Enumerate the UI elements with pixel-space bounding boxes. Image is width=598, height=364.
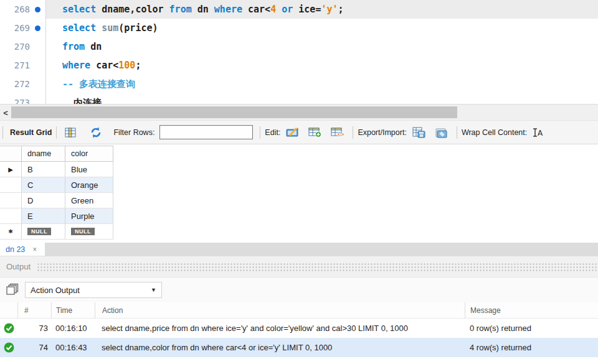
code-token: dname,color — [96, 4, 169, 15]
statement-marker-dot-icon — [35, 7, 40, 12]
refresh-icon[interactable] — [88, 125, 103, 140]
action-output-table: # Time Action Message 7300:16:10select d… — [0, 302, 598, 364]
svg-text:A: A — [538, 129, 543, 138]
success-check-icon — [0, 342, 17, 353]
output-row-time: 00:16:43 — [51, 343, 95, 352]
output-row[interactable]: 7400:16:43select dname,color from dn whe… — [0, 338, 598, 357]
result-tab-dn23[interactable]: dn 23 × — [0, 243, 45, 256]
message-column-header: Message — [465, 302, 598, 318]
output-row-message: 4 row(s) returned — [465, 343, 598, 352]
code-line[interactable]: 272-- 多表连接查询 — [0, 75, 598, 93]
line-gutter: 269 — [0, 19, 45, 37]
result-tab-label: dn 23 — [6, 245, 25, 254]
cell-color[interactable]: Orange — [65, 177, 113, 193]
code-text[interactable]: 内连接 — [45, 93, 598, 104]
column-header-dname[interactable]: dname — [22, 146, 65, 162]
code-text[interactable]: select dname,color from dn where car<4 o… — [45, 0, 598, 19]
column-header-color[interactable]: color — [65, 146, 113, 162]
cell-color[interactable]: Green — [65, 193, 113, 208]
new-row-selector-cell[interactable]: ✱ — [0, 224, 22, 240]
null-cell[interactable]: NULL — [65, 224, 113, 240]
output-rows: 7300:16:10select dname,price from dn whe… — [0, 319, 598, 357]
code-text[interactable]: from dn — [45, 37, 598, 56]
row-selector-cell[interactable] — [0, 208, 22, 224]
breakpoint-area — [30, 26, 45, 31]
code-text[interactable]: -- 多表连接查询 — [45, 75, 598, 93]
grid-columns-icon[interactable] — [63, 125, 78, 140]
delete-row-icon[interactable] — [330, 125, 345, 140]
result-grid-row[interactable]: COrange — [0, 177, 113, 193]
code-token: 'y' — [321, 4, 338, 15]
panel-grip-texture — [37, 263, 598, 271]
code-text[interactable]: where car<100; — [45, 56, 598, 75]
code-line[interactable]: 268select dname,color from dn where car<… — [0, 0, 598, 19]
cell-dname[interactable]: E — [22, 208, 65, 224]
code-line[interactable]: 271where car<100; — [0, 56, 598, 75]
line-gutter: 273 — [0, 93, 45, 104]
line-number: 268 — [0, 4, 30, 14]
result-grid-toolbar: Result Grid Filter Rows: Edit: Export/Im… — [0, 120, 598, 144]
code-token: dn — [192, 4, 214, 15]
scrollbar-thumb[interactable] — [11, 106, 457, 118]
line-number: 271 — [0, 60, 30, 70]
line-number: 272 — [0, 79, 30, 89]
code-line[interactable]: 273 内连接 — [0, 93, 598, 104]
wrap-cell-content-icon[interactable]: A — [531, 125, 546, 140]
row-selector-header[interactable] — [0, 146, 22, 162]
cell-dname[interactable]: D — [22, 193, 65, 208]
code-token: (price) — [118, 22, 158, 34]
code-token: where — [214, 4, 242, 15]
code-token: from — [62, 41, 85, 52]
import-recordset-icon[interactable] — [434, 125, 449, 140]
result-grid-panel: dnamecolor▶BBlueCOrangeDGreenEPurple✱NUL… — [0, 144, 598, 243]
output-row-action: select dname,price from dn where ice='y'… — [95, 324, 465, 333]
output-row-index: 74 — [17, 343, 51, 352]
toolbar-separator — [260, 126, 260, 139]
scroll-left-arrow-icon[interactable]: < — [0, 105, 11, 121]
num-column-header: # — [17, 302, 51, 318]
toolbar-separator — [457, 126, 457, 139]
result-grid-row[interactable]: ▶BBlue — [0, 162, 113, 177]
current-row-marker-icon: ▶ — [8, 166, 13, 173]
code-line[interactable]: 269select sum(price) — [0, 19, 598, 37]
cell-color[interactable]: Blue — [65, 162, 113, 177]
code-token — [96, 22, 102, 34]
null-cell[interactable]: NULL — [22, 224, 65, 240]
filter-rows-input[interactable] — [159, 125, 253, 139]
breakpoint-area — [30, 7, 45, 12]
export-recordset-icon[interactable] — [412, 125, 427, 140]
row-selector-cell[interactable] — [0, 177, 22, 193]
row-selector-cell[interactable]: ▶ — [0, 162, 22, 177]
cell-dname[interactable]: C — [22, 177, 65, 193]
toolbar-separator — [2, 126, 3, 139]
mysql-workbench-window: 268select dname,color from dn where car<… — [0, 0, 598, 364]
result-grid-header-row: dnamecolor — [0, 146, 113, 162]
line-number: 273 — [0, 98, 30, 104]
output-type-value: Action Output — [31, 286, 80, 295]
add-row-icon[interactable] — [308, 125, 323, 140]
line-number: 269 — [0, 23, 30, 33]
editor-horizontal-scrollbar[interactable]: < — [0, 104, 598, 120]
result-grid-new-row[interactable]: ✱NULLNULL — [0, 224, 113, 240]
toolbar-separator — [353, 126, 353, 139]
result-grid-row[interactable]: EPurple — [0, 208, 113, 224]
tab-close-icon[interactable]: × — [32, 245, 37, 254]
code-text[interactable]: select sum(price) — [45, 19, 598, 37]
cell-color[interactable]: Purple — [65, 208, 113, 224]
output-row-time: 00:16:10 — [51, 324, 95, 333]
edit-record-icon[interactable] — [285, 125, 300, 140]
sql-editor[interactable]: 268select dname,color from dn where car<… — [0, 0, 598, 104]
cell-dname[interactable]: B — [22, 162, 65, 177]
row-selector-cell[interactable] — [0, 193, 22, 208]
result-tab-strip: dn 23 × — [0, 243, 598, 256]
code-line[interactable]: 270from dn — [0, 37, 598, 56]
line-gutter: 272 — [0, 75, 45, 93]
output-panel-header: Output — [0, 256, 598, 278]
result-grid-row[interactable]: DGreen — [0, 193, 113, 208]
output-row[interactable]: 7300:16:10select dname,price from dn whe… — [0, 319, 598, 338]
code-token: dn — [85, 41, 102, 52]
statement-marker-dot-icon — [35, 26, 40, 31]
output-type-select[interactable]: Action Output ▼ — [25, 282, 162, 298]
code-token: or — [276, 4, 293, 15]
code-token: select — [62, 4, 96, 15]
